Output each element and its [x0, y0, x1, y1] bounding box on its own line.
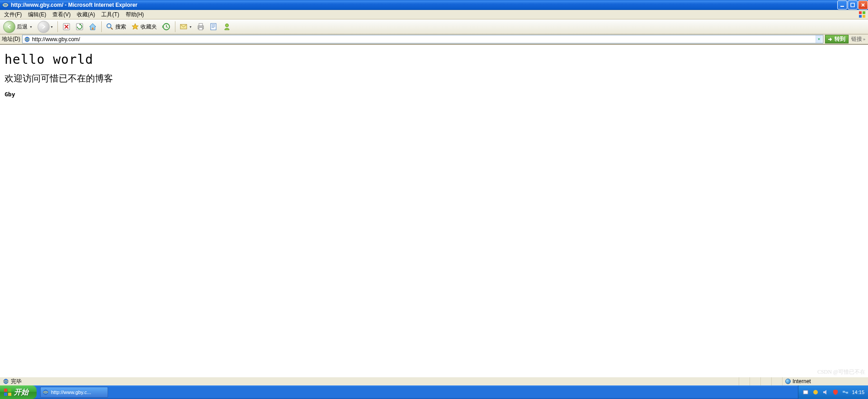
page-content: hello world 欢迎访问可惜已不在的博客 Gby: [0, 45, 868, 104]
links-button[interactable]: 链接»: [849, 35, 868, 43]
svg-point-27: [43, 390, 48, 394]
search-icon: [106, 23, 114, 31]
toolbar-separator: [101, 21, 102, 32]
address-box[interactable]: ▼: [22, 35, 823, 43]
svg-rect-29: [803, 390, 808, 394]
watermark-text: CSDN @可惜已不在: [817, 368, 865, 376]
dropdown-arrow-icon: ▼: [50, 25, 53, 28]
svg-rect-25: [4, 393, 7, 396]
svg-rect-24: [8, 389, 11, 392]
menu-help[interactable]: 帮助(H): [123, 10, 147, 19]
svg-point-19: [25, 37, 29, 42]
address-label: 地址(D): [2, 35, 20, 43]
forward-button[interactable]: ▼: [36, 21, 55, 33]
start-button[interactable]: 开始: [0, 385, 37, 399]
svg-rect-2: [840, 6, 844, 7]
windows-taskbar: 开始 http://www.gby.c... 14:15: [0, 385, 868, 399]
menu-file[interactable]: 文件(F): [1, 10, 25, 19]
windows-logo-icon: [4, 388, 12, 396]
shield-icon[interactable]: [832, 389, 839, 396]
menu-favorites[interactable]: 收藏(A): [74, 10, 98, 19]
tray-icon[interactable]: [812, 389, 819, 396]
globe-icon: [785, 379, 791, 384]
mail-button[interactable]: ▼: [178, 21, 193, 33]
ie-icon: [2, 1, 9, 9]
status-pane: [739, 377, 750, 385]
refresh-button[interactable]: [74, 21, 85, 33]
svg-rect-32: [846, 392, 848, 394]
page-icon: [24, 36, 31, 43]
chevron-icon: »: [863, 37, 865, 42]
svg-point-21: [4, 379, 8, 384]
status-pane: [750, 377, 760, 385]
svg-rect-17: [211, 24, 216, 30]
star-icon: [131, 23, 139, 31]
status-pane-main: 完毕: [0, 377, 739, 385]
status-pane: [760, 377, 771, 385]
svg-rect-10: [92, 28, 94, 30]
menu-view[interactable]: 查看(V): [49, 10, 74, 19]
svg-point-30: [813, 390, 818, 394]
task-label: http://www.gby.c...: [51, 390, 91, 395]
toolbar-separator: [57, 21, 58, 32]
svg-rect-15: [199, 24, 203, 26]
close-button[interactable]: [858, 0, 868, 10]
navigation-toolbar: 后退 ▼ ▼ 搜索 收藏夹 ▼: [0, 19, 868, 34]
start-label: 开始: [14, 388, 28, 397]
menu-tools[interactable]: 工具(T): [98, 10, 122, 19]
page-heading-1: hello world: [5, 52, 863, 67]
security-zone-pane[interactable]: Internet: [782, 377, 868, 385]
svg-rect-23: [4, 389, 7, 392]
history-button[interactable]: [160, 21, 172, 33]
address-input[interactable]: [32, 36, 816, 43]
svg-point-0: [3, 2, 8, 8]
ie-page-icon: [3, 378, 9, 385]
svg-point-18: [225, 24, 228, 27]
volume-icon[interactable]: [822, 389, 829, 396]
window-title: http://www.gby.com/ - Microsoft Internet…: [11, 2, 837, 8]
status-text: 完毕: [11, 378, 22, 385]
home-button[interactable]: [87, 21, 99, 33]
search-label: 搜索: [115, 23, 126, 31]
go-label: 转到: [835, 35, 845, 43]
dropdown-arrow-icon: ▼: [189, 25, 192, 28]
address-bar: 地址(D) ▼ 转到 链接»: [0, 34, 868, 44]
svg-rect-3: [851, 3, 854, 7]
print-button[interactable]: [195, 21, 207, 33]
status-bar: 完毕 Internet: [0, 377, 868, 385]
stop-button[interactable]: [61, 21, 72, 33]
go-button[interactable]: 转到: [825, 35, 849, 43]
maximize-button[interactable]: [848, 0, 858, 10]
back-button[interactable]: 后退 ▼: [2, 21, 35, 33]
messenger-button[interactable]: [221, 21, 233, 33]
svg-point-11: [107, 24, 111, 28]
svg-rect-31: [843, 391, 845, 393]
back-label: 后退: [17, 23, 28, 31]
search-button[interactable]: 搜索: [104, 21, 128, 33]
page-heading-4: Gby: [5, 91, 863, 98]
zone-text: Internet: [793, 378, 811, 385]
address-dropdown-button[interactable]: ▼: [816, 35, 822, 43]
taskbar-task[interactable]: http://www.gby.c...: [40, 387, 108, 398]
minimize-button[interactable]: [837, 0, 847, 10]
svg-rect-7: [863, 15, 865, 18]
tray-icon[interactable]: [802, 389, 809, 396]
go-arrow-icon: [827, 36, 833, 43]
page-heading-2: 欢迎访问可惜已不在的博客: [5, 72, 863, 85]
window-titlebar: http://www.gby.com/ - Microsoft Internet…: [0, 0, 868, 10]
edit-button[interactable]: [208, 21, 220, 33]
toolbar-separator: [175, 21, 175, 32]
windows-flag-icon: [858, 10, 866, 19]
svg-rect-16: [199, 28, 203, 30]
menu-bar: 文件(F) 编辑(E) 查看(V) 收藏(A) 工具(T) 帮助(H): [0, 10, 868, 19]
favorites-button[interactable]: 收藏夹: [130, 21, 159, 33]
ie-icon: [42, 389, 49, 395]
menu-edit[interactable]: 编辑(E): [25, 10, 49, 19]
network-icon[interactable]: [842, 389, 849, 396]
svg-rect-26: [8, 393, 11, 396]
svg-rect-5: [863, 11, 865, 14]
clock[interactable]: 14:15: [852, 390, 864, 395]
system-tray[interactable]: 14:15: [798, 385, 868, 399]
browser-viewport: hello world 欢迎访问可惜已不在的博客 Gby CSDN @可惜已不在: [0, 44, 868, 377]
svg-rect-6: [859, 15, 862, 18]
